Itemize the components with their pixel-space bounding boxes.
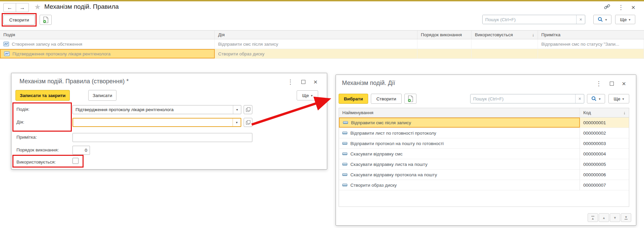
go-last-button[interactable]: ▼: [621, 213, 631, 222]
back-arrow-icon: ←: [7, 5, 12, 11]
more-button[interactable]: Ще ▾: [297, 90, 318, 100]
list-item[interactable]: Відправити лист по готовності протоколу …: [339, 128, 629, 138]
column-label: Код: [583, 110, 591, 115]
bar: [625, 219, 628, 220]
column-header-code[interactable]: Код ↓: [580, 108, 629, 117]
action-name: Відправити лист по готовності протоколу: [350, 131, 436, 136]
chevron-down-icon: ▾: [599, 97, 600, 101]
catalog-item-icon: [342, 132, 347, 134]
column-header-used[interactable]: Використовується ↓: [472, 31, 538, 39]
column-header-name[interactable]: Найменування: [339, 108, 580, 117]
magnifier-icon: [591, 96, 597, 101]
list-item[interactable]: Скасувати відправку смс 000000004: [339, 149, 629, 159]
page-title: Механізм подій. Правила: [44, 3, 119, 10]
action-name: Створити образ диску: [350, 183, 397, 188]
rule-note: Відправлення смс по статусу "Запи...: [541, 42, 619, 47]
open-link-icon: [246, 120, 250, 125]
open-link-icon: [246, 107, 250, 112]
close-window-icon[interactable]: ×: [631, 4, 635, 11]
action-code: 000000003: [580, 138, 629, 148]
search-clear-icon[interactable]: ×: [576, 15, 585, 24]
column-header-event[interactable]: Подія: [0, 31, 215, 39]
triangle-up-icon: ▲: [591, 217, 595, 220]
save-button[interactable]: Записати: [88, 90, 116, 101]
sort-desc-icon: ↓: [532, 32, 535, 37]
column-header-action[interactable]: Дія: [215, 31, 417, 39]
list-item-selected[interactable]: Відправити смс після запису 000000001: [339, 118, 629, 128]
search-button[interactable]: ▾: [587, 94, 605, 103]
new-document-icon: [43, 16, 49, 23]
note-field-value: [73, 133, 252, 142]
close-icon[interactable]: ×: [622, 80, 626, 87]
open-event-button[interactable]: [244, 105, 252, 114]
column-header-order[interactable]: Порядок виконання: [417, 31, 472, 39]
rule-action: Відправити смс після запису: [218, 42, 278, 47]
used-field-label: Використовується:: [16, 159, 56, 165]
search-clear-icon[interactable]: ×: [575, 94, 584, 103]
back-button[interactable]: ←: [3, 3, 16, 12]
get-link-icon[interactable]: [604, 3, 610, 11]
rule-event: Створення запису на обстеження: [12, 42, 82, 47]
maximize-icon[interactable]: [610, 82, 614, 86]
event-field-value: Підтвердження протоколу лікаря рентгенол…: [73, 105, 233, 114]
order-field[interactable]: 0: [72, 146, 90, 155]
more-button[interactable]: Ще ▾: [615, 15, 635, 24]
search-input[interactable]: [470, 94, 575, 103]
magnifier-icon: [598, 17, 603, 22]
rules-table-header: Подія Дія Порядок виконання Використовує…: [0, 30, 644, 39]
dialog-title: Механізм подій. Дії: [342, 80, 395, 87]
list-item[interactable]: Скасувати відправку протокола на пошту 0…: [339, 170, 629, 180]
create-by-copy-button[interactable]: [404, 94, 416, 104]
column-header-note[interactable]: Примітка: [538, 31, 644, 39]
action-code: 000000007: [580, 180, 629, 190]
column-label: Використовується: [475, 32, 513, 37]
create-by-copy-button[interactable]: [40, 15, 52, 25]
register-record-icon: [3, 42, 9, 46]
forward-button[interactable]: →: [16, 3, 29, 12]
chevron-down-icon: ▾: [605, 18, 607, 21]
catalog-item-icon: [342, 152, 347, 155]
search-button[interactable]: ▾: [593, 15, 611, 24]
more-menu-icon[interactable]: ⋮: [618, 4, 624, 11]
more-menu-icon[interactable]: ⋮: [596, 80, 602, 87]
search-input[interactable]: [483, 15, 576, 24]
save-and-close-button[interactable]: Записати та закрити: [15, 90, 70, 101]
dropdown-icon[interactable]: ▾: [233, 105, 241, 114]
go-prev-button[interactable]: ▲: [599, 213, 609, 222]
action-field[interactable]: ▾: [72, 118, 241, 127]
chevron-down-icon: ▾: [629, 18, 631, 21]
catalog-item-icon: [342, 163, 347, 166]
list-item[interactable]: Відправити протокол на пошту по готовнос…: [339, 138, 629, 149]
event-field-label: Подія:: [16, 107, 30, 112]
event-field[interactable]: Підтвердження протоколу лікаря рентгенол…: [72, 105, 241, 114]
action-code: 000000006: [580, 170, 629, 180]
close-icon[interactable]: ×: [313, 79, 317, 85]
table-row[interactable]: Створення запису на обстеження Відправит…: [0, 39, 644, 49]
used-checkbox[interactable]: [72, 158, 79, 164]
note-field-label: Примітка:: [16, 135, 37, 140]
order-field-value: 0: [85, 148, 87, 153]
more-menu-icon[interactable]: ⋮: [287, 79, 293, 85]
go-first-button[interactable]: ▲: [588, 213, 598, 222]
list-item[interactable]: Скасувати відправку листа на пошту 00000…: [339, 159, 629, 170]
select-button[interactable]: Вибрати: [339, 94, 368, 104]
open-action-button[interactable]: [244, 118, 252, 127]
create-button[interactable]: Створити: [3, 15, 35, 25]
table-row-selected[interactable]: Підтвердження протоколу лікаря рентгенол…: [0, 49, 644, 59]
more-button[interactable]: Ще ▾: [608, 94, 629, 103]
favorite-star-icon[interactable]: ★: [34, 3, 41, 11]
sort-desc-icon: ↓: [624, 110, 626, 115]
dropdown-icon[interactable]: ▾: [233, 119, 241, 126]
actions-table: Найменування Код ↓ Відправити смс після …: [339, 108, 629, 207]
go-next-button[interactable]: ▼: [610, 213, 620, 222]
create-button[interactable]: Створити: [371, 94, 402, 104]
column-label: Порядок виконання: [421, 32, 462, 37]
action-name: Скасувати відправку смс: [350, 151, 403, 156]
note-field[interactable]: [72, 133, 252, 142]
actions-table-header: Найменування Код ↓: [339, 108, 629, 118]
list-item[interactable]: Створити образ диску 000000007: [339, 180, 629, 190]
catalog-item-icon: [343, 121, 348, 124]
more-button-label: Ще: [302, 93, 309, 98]
action-name: Скасувати відправку протокола на пошту: [350, 172, 437, 177]
maximize-icon[interactable]: [301, 80, 305, 84]
